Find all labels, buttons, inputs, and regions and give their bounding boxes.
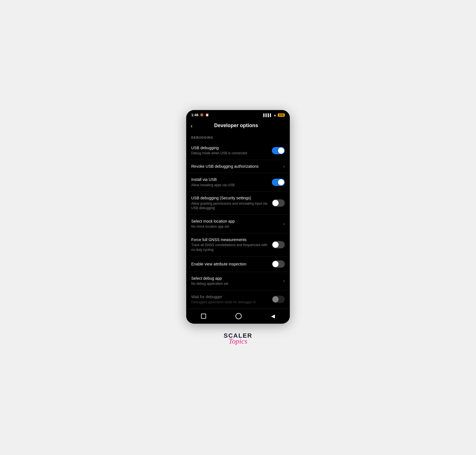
setting-sub-mock-location: No mock location app set	[191, 224, 280, 229]
toggle-usb-debugging[interactable]	[272, 147, 285, 154]
setting-row-gnss-measurements[interactable]: Force full GNSS measurementsTrack all GN…	[186, 233, 290, 256]
setting-row-usb-debug-security[interactable]: USB debugging (Security settings)Allow g…	[186, 192, 290, 215]
section-debugging-label: DEBUGGING	[186, 132, 290, 141]
setting-title-debug-app: Select debug app	[191, 276, 222, 281]
toggle-thumb-wait-debugger	[272, 296, 279, 302]
chevron-mock-location: ›	[283, 221, 285, 227]
scaler-bottom-text: Topics	[229, 338, 248, 345]
setting-sub-gnss-measurements: Track all GNSS constellations and freque…	[191, 243, 269, 252]
toggle-thumb-usb-debugging	[278, 148, 284, 154]
setting-title-gnss-measurements: Force full GNSS measurements	[191, 237, 247, 242]
nav-bar: ◀	[186, 309, 290, 324]
signal-icon: ▌▌▌▌	[263, 113, 272, 117]
toggle-thumb-gnss-measurements	[272, 242, 279, 248]
chevron-revoke-usb: ›	[283, 164, 285, 169]
toggle-thumb-usb-debug-security	[272, 200, 279, 206]
recents-button[interactable]	[201, 314, 206, 319]
setting-row-view-attribute[interactable]: Enable view attribute inspection	[186, 256, 290, 272]
wifi-icon: ▲	[274, 113, 277, 117]
setting-text-wait-debugger: Wait for debuggerDebugged application wa…	[191, 294, 269, 305]
toggle-thumb-view-attribute	[272, 261, 279, 267]
toggle-wait-debugger[interactable]	[272, 296, 285, 303]
setting-sub-install-via-usb: Allow installing apps via USB	[191, 183, 269, 188]
setting-title-usb-debug-security: USB debugging (Security settings)	[191, 196, 251, 200]
setting-title-wait-debugger: Wait for debugger	[191, 295, 222, 299]
scaler-logo: SCALER Topics	[224, 333, 252, 345]
status-left: 1:46 🔕 ⏰	[191, 113, 209, 117]
toggle-view-attribute[interactable]	[272, 260, 285, 268]
setting-text-mock-location: Select mock location appNo mock location…	[191, 219, 280, 229]
setting-text-usb-debugging: USB debuggingDebug mode when USB is conn…	[191, 145, 269, 156]
setting-sub-usb-debug-security: Allow granting permissions and simulatin…	[191, 201, 269, 211]
setting-sub-debug-app: No debug application set	[191, 281, 280, 286]
chevron-debug-app: ›	[283, 278, 285, 283]
setting-text-view-attribute: Enable view attribute inspection	[191, 262, 269, 267]
header: ‹ Developer options	[186, 119, 290, 132]
setting-row-debug-app[interactable]: Select debug appNo debug application set…	[186, 272, 290, 290]
setting-text-revoke-usb: Revoke USB debugging authorizations	[191, 164, 280, 169]
setting-sub-wait-debugger: Debugged application waits for debugger …	[191, 300, 269, 305]
setting-title-revoke-usb: Revoke USB debugging authorizations	[191, 164, 259, 169]
content-area: DEBUGGING USB debuggingDebug mode when U…	[186, 132, 290, 309]
alarm-icon: 🔕	[200, 113, 204, 117]
back-button[interactable]: ‹	[191, 123, 193, 129]
setting-row-revoke-usb[interactable]: Revoke USB debugging authorizations›	[186, 160, 290, 173]
page-title: Developer options	[196, 123, 276, 129]
setting-title-view-attribute: Enable view attribute inspection	[191, 262, 246, 266]
setting-row-wait-debugger[interactable]: Wait for debuggerDebugged application wa…	[186, 290, 290, 309]
home-button[interactable]	[235, 313, 242, 319]
setting-sub-usb-debugging: Debug mode when USB is connected	[191, 151, 269, 156]
setting-text-usb-debug-security: USB debugging (Security settings)Allow g…	[191, 195, 269, 211]
setting-title-mock-location: Select mock location app	[191, 219, 235, 223]
setting-row-usb-debugging[interactable]: USB debuggingDebug mode when USB is conn…	[186, 141, 290, 160]
setting-title-usb-debugging: USB debugging	[191, 146, 219, 150]
setting-text-debug-app: Select debug appNo debug application set	[191, 276, 280, 286]
phone-wrapper: 1:46 🔕 ⏰ ▌▌▌▌ ▲ 97D ‹ Developer options …	[186, 110, 290, 345]
toggle-thumb-install-via-usb	[278, 179, 284, 185]
setting-text-gnss-measurements: Force full GNSS measurementsTrack all GN…	[191, 237, 269, 252]
setting-row-mock-location[interactable]: Select mock location appNo mock location…	[186, 215, 290, 233]
toggle-gnss-measurements[interactable]	[272, 241, 285, 248]
toggle-usb-debug-security[interactable]	[272, 199, 285, 207]
status-icons-right: ▌▌▌▌ ▲ 97D	[263, 113, 285, 117]
setting-row-install-via-usb[interactable]: Install via USBAllow installing apps via…	[186, 173, 290, 192]
clock-icon: ⏰	[205, 113, 209, 117]
setting-title-install-via-usb: Install via USB	[191, 177, 217, 182]
toggle-install-via-usb[interactable]	[272, 179, 285, 186]
setting-text-install-via-usb: Install via USBAllow installing apps via…	[191, 177, 269, 187]
settings-list: USB debuggingDebug mode when USB is conn…	[186, 141, 290, 309]
back-nav-button[interactable]: ◀	[271, 313, 275, 319]
phone: 1:46 🔕 ⏰ ▌▌▌▌ ▲ 97D ‹ Developer options …	[186, 110, 290, 324]
status-bar: 1:46 🔕 ⏰ ▌▌▌▌ ▲ 97D	[186, 110, 290, 119]
status-time: 1:46	[191, 113, 199, 117]
battery-badge: 97D	[278, 113, 285, 117]
